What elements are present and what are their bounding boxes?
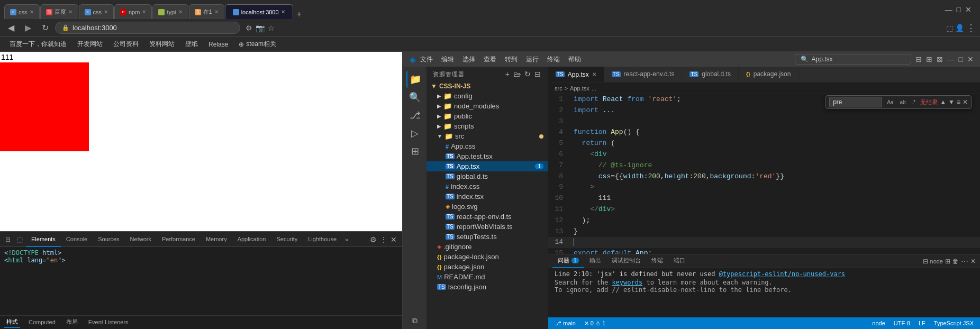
whole-word-btn[interactable]: ab (897, 98, 908, 106)
tab-application[interactable]: Application (232, 232, 271, 247)
file-report[interactable]: TS reportWebVitals.ts (427, 222, 548, 232)
panel-trash-btn[interactable]: 🗑 (952, 258, 959, 265)
browser-tab-css2[interactable]: c css ✕ (79, 4, 114, 19)
subtab-styles[interactable]: 样式 (4, 317, 20, 328)
back-button[interactable]: ◀ (4, 21, 18, 35)
file-readme[interactable]: M README.md (427, 272, 548, 282)
menu-select[interactable]: 选择 (462, 55, 475, 64)
new-file-icon[interactable]: + (505, 70, 510, 78)
menu-edit[interactable]: 编辑 (441, 55, 454, 64)
subtab-layout[interactable]: 布局 (64, 317, 80, 328)
panel-layout-btn[interactable]: ⊟ (923, 258, 928, 265)
file-tsconfig[interactable]: TS tsconfig.json (427, 282, 548, 292)
panel-more-btn[interactable]: ⋯ (961, 257, 968, 266)
layout-btn2[interactable]: ⊞ (926, 55, 932, 63)
activity-git[interactable]: ⎇ (406, 107, 423, 124)
status-errors[interactable]: ✕ 0 ⚠ 1 (582, 320, 607, 327)
folder-node-modules[interactable]: ▶ 📁 node_modules (427, 101, 548, 111)
tab-lighthouse[interactable]: Lighthouse (303, 232, 342, 247)
file-app-tsx[interactable]: TS App.tsx 1 (427, 161, 548, 171)
panel-tab-terminal[interactable]: 终端 (646, 254, 668, 268)
minimize-button[interactable]: — (945, 5, 952, 14)
folder-src[interactable]: ▼ 📁 src (427, 131, 548, 141)
bookmark-baidu[interactable]: 百度一下，你就知道 (5, 39, 71, 50)
bookmark-btn[interactable]: ☆ (268, 24, 275, 32)
panel-tab-debug[interactable]: 调试控制台 (606, 254, 646, 268)
find-prev-btn[interactable]: ▲ (940, 98, 946, 106)
file-global-dts[interactable]: TS global.d.ts (427, 171, 548, 181)
tab-close-icon2[interactable]: ✕ (68, 9, 72, 15)
menu-file[interactable]: 文件 (420, 55, 433, 64)
layout-btn1[interactable]: ⊟ (915, 55, 922, 63)
refresh-icon[interactable]: ↻ (524, 70, 531, 78)
file-app-test[interactable]: TS App.test.tsx (427, 151, 548, 161)
tab-close-icon6[interactable]: ✕ (214, 9, 219, 15)
tab-close-app[interactable]: ✕ (592, 71, 596, 77)
browser-tab-css1[interactable]: c css ✕ (4, 4, 40, 19)
panel-tab-ports[interactable]: 端口 (668, 254, 691, 268)
devtools-settings-btn[interactable]: ⚙ (370, 235, 377, 244)
vscode-maximize[interactable]: □ (959, 55, 963, 63)
activity-debug[interactable]: ▷ (406, 125, 423, 142)
file-react-env[interactable]: TS react-app-env.d.ts (427, 212, 548, 222)
tab-close-icon-active[interactable]: ✕ (281, 9, 285, 15)
file-setup[interactable]: TS setupTests.ts (427, 232, 548, 242)
activity-remote[interactable]: ⧉ (406, 312, 423, 329)
menu-view[interactable]: 查看 (484, 55, 496, 64)
bookmark-steam[interactable]: ⊕ steam相关 (234, 39, 280, 50)
tab-close-icon3[interactable]: ✕ (104, 9, 108, 15)
editor-tab-app-tsx[interactable]: TS App.tsx ✕ (548, 67, 604, 82)
menu-goto[interactable]: 转到 (505, 55, 518, 64)
devtools-inspect-btn[interactable]: ⬚ (14, 236, 26, 243)
browser-tab-baidu[interactable]: 百 百度 ✕ (40, 4, 78, 19)
panel-tab-problems[interactable]: 问题 1 (552, 254, 584, 268)
bookmark-company[interactable]: 公司资料 (109, 39, 143, 50)
browser-tab-typi[interactable]: typi ✕ (152, 4, 188, 19)
status-node[interactable]: node (870, 320, 887, 326)
folder-config[interactable]: ▶ 📁 config (427, 91, 548, 101)
panel-split-btn[interactable]: ⊞ (945, 258, 950, 265)
breadcrumb-file[interactable]: App.tsx (570, 85, 589, 92)
editor-tab-react-env[interactable]: TS react-app-env.d.ts (604, 67, 683, 82)
reload-button[interactable]: ↻ (38, 21, 52, 35)
find-close-btn[interactable]: ✕ (963, 98, 968, 106)
find-input[interactable] (829, 97, 882, 107)
tab-performance[interactable]: Performance (157, 232, 201, 247)
vscode-minimize[interactable]: — (947, 55, 955, 63)
vscode-search-bar[interactable]: 🔍 App.tsx (795, 54, 911, 65)
warning-link[interactable]: @typescript-eslint/no-unused-vars (719, 270, 845, 278)
maximize-button[interactable]: □ (957, 5, 961, 14)
layout-btn3[interactable]: ⊠ (937, 55, 943, 63)
more-tabs-btn[interactable]: » (342, 234, 351, 245)
devtools-close-btn[interactable]: ✕ (391, 235, 397, 244)
file-package-json[interactable]: {} package.json (427, 262, 548, 272)
keywords-link[interactable]: keywords (612, 279, 642, 286)
folder-scripts[interactable]: ▶ 📁 scripts (427, 121, 548, 131)
tab-sources[interactable]: Sources (93, 232, 124, 247)
regex-btn[interactable]: .* (910, 98, 919, 106)
status-git[interactable]: ⎇ main (552, 320, 578, 327)
project-root[interactable]: ▼ CSS-IN-JS (427, 81, 548, 91)
profile-btn[interactable]: 👤 (955, 22, 964, 34)
file-index-tsx[interactable]: TS index.tsx (427, 191, 548, 202)
browser-tab-active[interactable]: localhost:3000 ✕ (225, 4, 293, 19)
tab-close-icon5[interactable]: ✕ (178, 9, 183, 15)
bookmark-relase[interactable]: Relase (204, 40, 232, 49)
find-next-btn[interactable]: ▼ (948, 98, 955, 106)
screenshot-btn[interactable]: 📷 (256, 24, 265, 32)
status-encoding[interactable]: UTF-8 (892, 320, 912, 326)
new-folder-icon[interactable]: 🗁 (513, 70, 521, 78)
editor-tab-global-dts[interactable]: TS global.d.ts (682, 67, 738, 82)
status-language[interactable]: TypeScript JSX (932, 320, 976, 326)
browser-tab-npm[interactable]: n npm ✕ (114, 4, 152, 19)
activity-search[interactable]: 🔍 (406, 89, 423, 106)
bookmark-dev[interactable]: 开发网站 (73, 39, 107, 50)
breadcrumb-src[interactable]: src (555, 85, 562, 92)
address-bar[interactable]: 🔒 localhost:3000 (55, 22, 240, 34)
tab-console[interactable]: Console (61, 232, 93, 247)
file-package-lock[interactable]: {} package-lock.json (427, 252, 548, 262)
find-options-btn[interactable]: ≡ (957, 98, 960, 106)
menu-help[interactable]: 帮助 (568, 55, 581, 64)
tab-memory[interactable]: Memory (201, 232, 232, 247)
file-app-css[interactable]: # App.css (427, 141, 548, 151)
